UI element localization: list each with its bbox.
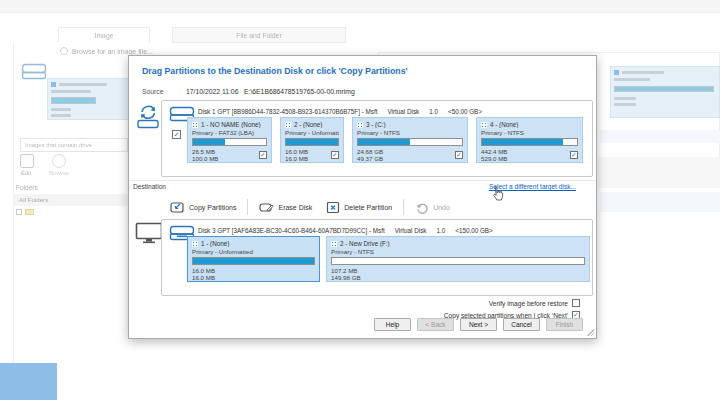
partition-checkbox[interactable]: ✓ (259, 151, 267, 159)
source-partition-2[interactable]: 2 - (None) Primary - Unformatted 16.0 MB… (280, 117, 344, 163)
all-folders-row[interactable]: All Folders (14, 194, 128, 206)
background-titlebar (0, 0, 720, 13)
partition-fs: Primary - Unformatted (192, 248, 315, 255)
restore-icon (136, 103, 160, 129)
app-window: Image File and Folder Browse for an imag… (0, 0, 720, 400)
partition-checkbox[interactable]: ✓ (331, 151, 339, 159)
partition-icon (192, 241, 198, 247)
usage-bar (357, 138, 463, 146)
folders-header: Folders (16, 184, 38, 191)
resize-grip[interactable] (587, 329, 594, 336)
source-partition-1[interactable]: 1 - NO NAME (None) Primary - FAT32 (LBA)… (187, 117, 272, 163)
destination-toolbar: Copy Partitions Erase Disk Delete Partit… (167, 196, 453, 218)
verify-image-label: Verify image before restore (489, 300, 568, 307)
section-divider (129, 180, 596, 181)
partition-icon (357, 122, 363, 128)
partition-fs: Primary - Unformatted (285, 129, 339, 136)
toolbar-separator (403, 199, 404, 215)
folder-item[interactable] (16, 209, 34, 215)
tab-file-and-folder[interactable]: File and Folder (172, 27, 346, 43)
mouse-cursor (491, 186, 504, 202)
browse-image-label: Browse for an image file... (72, 48, 153, 55)
partition-checkbox[interactable]: ✓ (455, 151, 463, 159)
source-disk-panel: Disk 1 GPT [8B986D44-7832-4508-B923-6143… (161, 100, 593, 177)
browse-tool-icon[interactable] (52, 154, 66, 168)
usage-bar (192, 138, 267, 146)
source-disk-checkbox[interactable]: ✓ (172, 130, 181, 139)
finish-button[interactable]: Finish (546, 318, 583, 331)
usage-bar (481, 138, 578, 146)
partition-name: 1 - (None) (201, 240, 229, 247)
all-folders-label: All Folders (19, 196, 48, 203)
copy-partitions-label: Copy Partitions (189, 204, 236, 211)
partition-icon (481, 122, 487, 128)
delete-partition-button[interactable]: Delete Partition (323, 199, 395, 216)
partition-icon (285, 122, 291, 128)
folder-icon (25, 209, 34, 215)
background-partition-left (47, 78, 140, 120)
next-button[interactable]: Next > (460, 318, 497, 331)
copy-partitions-icon (170, 201, 185, 214)
erase-disk-icon (259, 201, 274, 214)
undo-button[interactable]: Undo (412, 199, 453, 216)
source-label: Source (142, 88, 164, 95)
partition-name: 4 - (None) (490, 121, 518, 128)
background-disk-icon (21, 63, 47, 80)
images-filter-label: Images that contain drive (25, 142, 92, 148)
background-strip (600, 192, 720, 212)
usage-bar (285, 138, 339, 146)
background-partition-right (610, 66, 720, 118)
destination-partition-1[interactable]: 1 - (None) Primary - Unformatted 16.0 MB… (187, 236, 320, 282)
partition-fs: Primary - FAT32 (LBA) (192, 129, 267, 136)
partition-name: 2 - (None) (294, 121, 322, 128)
partition-icon (51, 82, 56, 87)
delete-partition-icon (326, 201, 340, 214)
usage-bar (331, 257, 585, 265)
background-blue-block (0, 363, 57, 400)
destination-disk-header: Disk 3 GPT [3AF6A83E-BC30-4C60-B464-60A7… (198, 227, 503, 234)
partition-icon (192, 122, 198, 128)
source-image-file: E:\6E1B686478519765-00-00.mrimg (244, 88, 355, 95)
background-strip (598, 157, 720, 188)
partition-checkbox[interactable]: ✓ (570, 151, 578, 159)
cancel-button[interactable]: Cancel (503, 318, 540, 331)
source-partition-4[interactable]: 4 - (None) Primary - NTFS 442.4 MB529.0 … (476, 117, 583, 163)
destination-disk-panel: Disk 3 GPT [3AF6A83E-BC30-4C60-B464-60A7… (161, 219, 593, 296)
delete-partition-label: Delete Partition (344, 204, 392, 211)
source-disk-header: Disk 1 GPT [8B986D44-7832-4508-B923-6143… (198, 108, 492, 115)
dialog-title: Drag Partitions to the Destination Disk … (142, 66, 408, 76)
edit-label: Edit (21, 170, 31, 176)
destination-partition-2[interactable]: 2 - New Drive (F:) Primary - NTFS 107.2 … (326, 236, 590, 282)
tab-image[interactable]: Image (58, 27, 150, 43)
partition-name: 1 - NO NAME (None) (201, 121, 260, 128)
background-strip (600, 130, 720, 143)
help-button[interactable]: Help (374, 318, 411, 331)
partition-icon (614, 70, 619, 75)
dialog-button-row: Help < Back Next > Cancel Finish (374, 318, 583, 331)
destination-label: Destination (133, 183, 166, 190)
browse-tool-label: Browse (49, 170, 69, 176)
usage-bar (192, 257, 315, 265)
partition-fs: Primary - NTFS (481, 129, 578, 136)
images-filter-box[interactable]: Images that contain drive (20, 138, 128, 152)
verify-image-option: Verify image before restore (489, 299, 580, 307)
undo-icon (415, 201, 429, 214)
partition-name: 2 - New Drive (F:) (340, 240, 390, 247)
partition-fs: Primary - NTFS (357, 129, 463, 136)
copy-partitions-button[interactable]: Copy Partitions (167, 199, 239, 216)
partition-name: 3 - (C:) (366, 121, 386, 128)
back-button[interactable]: < Back (417, 318, 454, 331)
background-divider (13, 42, 14, 392)
edit-icon[interactable] (20, 154, 34, 168)
restore-wizard-dialog: Drag Partitions to the Destination Disk … (128, 55, 597, 339)
partition-fs: Primary - NTFS (331, 248, 585, 255)
verify-image-checkbox[interactable] (572, 299, 580, 307)
partition-icon (331, 241, 337, 247)
browse-image-link[interactable]: Browse for an image file... (60, 47, 153, 55)
source-partition-3[interactable]: 3 - (C:) Primary - NTFS 24.68 GB49.37 GB… (352, 117, 468, 163)
erase-disk-button[interactable]: Erase Disk (256, 199, 315, 216)
computer-icon (135, 222, 163, 244)
source-datetime: 17/10/2022 11:06 (186, 88, 238, 95)
folder-checkbox[interactable] (16, 209, 22, 215)
tab-file-and-folder-label: File and Folder (236, 32, 281, 39)
